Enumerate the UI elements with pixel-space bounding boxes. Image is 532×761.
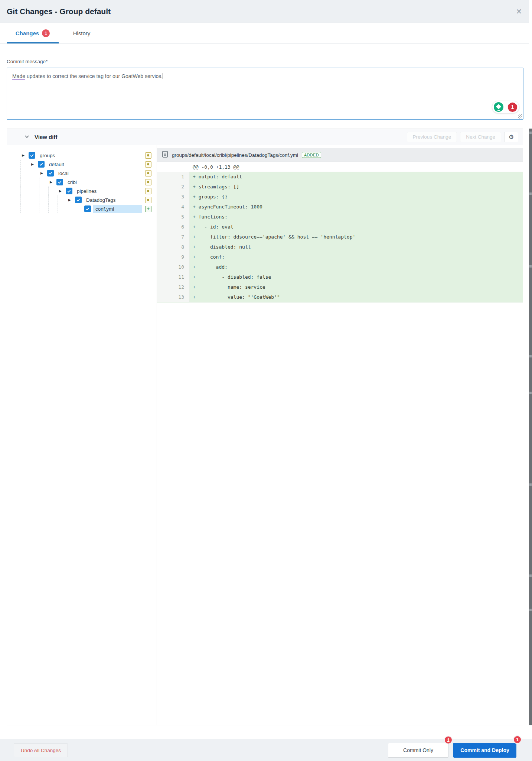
tree-status-column — [142, 152, 154, 159]
modified-status-icon — [145, 179, 151, 185]
modified-status-icon — [145, 188, 151, 194]
tab-changes[interactable]: Changes 1 — [7, 23, 59, 43]
tab-history-label: History — [73, 30, 91, 36]
tree-row-local[interactable]: ▶local — [7, 169, 157, 178]
tab-history[interactable]: History — [65, 23, 98, 43]
tree-item-label[interactable]: conf.yml — [95, 206, 114, 212]
tree-checkbox-default[interactable] — [38, 161, 45, 168]
view-diff-title: View diff — [35, 134, 57, 140]
tree-indent-guide — [39, 178, 48, 187]
tree-status-column — [142, 197, 154, 203]
commit-only-count-badge: 1 — [444, 736, 453, 744]
modified-dot — [147, 190, 149, 192]
git-changes-modal: Git Changes - Group default ✕ Changes 1 … — [0, 0, 532, 761]
tree-caret-icon[interactable]: ▶ — [30, 162, 38, 166]
tree-checkbox-conf.yml[interactable] — [84, 205, 91, 212]
modified-dot — [147, 199, 149, 201]
diff-line: 13+ value: "'GoatWeb'" — [157, 292, 523, 302]
tree-row-groups[interactable]: ▶groups — [7, 151, 157, 160]
assistant-bulb-icon — [494, 102, 503, 112]
textarea-resize-handle[interactable] — [518, 114, 522, 119]
view-diff-toggle[interactable]: View diff — [24, 134, 57, 140]
tree-label-wrap: groups — [37, 152, 142, 159]
commit-and-deploy-count-badge: 1 — [513, 735, 522, 744]
diff-line-code: + asyncFuncTimeout: 1000 — [190, 202, 523, 212]
tree-indent-guide — [30, 195, 39, 204]
diff-hunk-header: @@ -0,0 +1,13 @@ — [157, 162, 523, 172]
undo-all-changes-button[interactable]: Undo All Changes — [14, 744, 68, 757]
diff-line: 8+ disabled: null — [157, 242, 523, 252]
modal-footer: Undo All Changes Commit Only Commit and … — [0, 739, 532, 761]
tab-bar: Changes 1 History — [0, 23, 529, 44]
writing-assistant-widget[interactable]: 1 — [492, 101, 519, 113]
tree-row-DatadogTags[interactable]: ▶DatadogTags — [7, 195, 157, 204]
diff-line-number: 13 — [157, 292, 190, 302]
commit-and-deploy-button[interactable]: Commit and Deploy — [453, 743, 516, 758]
tree-row-default[interactable]: ▶default — [7, 160, 157, 169]
diff-line-number: 1 — [157, 172, 190, 182]
tree-indent-guide — [58, 195, 67, 204]
tree-item-label[interactable]: default — [49, 162, 64, 167]
close-icon[interactable]: ✕ — [513, 6, 525, 17]
tree-checkbox-cribl[interactable] — [56, 179, 63, 185]
diff-line-number: 12 — [157, 282, 190, 292]
tree-indent-guide — [20, 169, 30, 178]
tree-checkbox-DatadogTags[interactable] — [75, 197, 82, 203]
tree-indent-guide — [48, 204, 58, 213]
modified-status-icon — [145, 197, 151, 203]
tree-checkbox-groups[interactable] — [29, 152, 35, 159]
view-diff-body: ▶groups▶default▶local▶cribl▶pipelines▶Da… — [7, 145, 523, 725]
text-cursor — [163, 73, 163, 79]
tree-row-cribl[interactable]: ▶cribl — [7, 178, 157, 187]
tree-status-column — [142, 188, 154, 194]
tree-indent-guide — [20, 195, 30, 204]
changes-count-badge: 1 — [42, 29, 50, 37]
tree-item-label[interactable]: DatadogTags — [86, 197, 116, 203]
tree-caret-icon[interactable]: ▶ — [20, 153, 29, 157]
tree-row-pipelines[interactable]: ▶pipelines — [7, 187, 157, 195]
diff-file-header: groups/default/local/cribl/pipelines/Dat… — [157, 148, 523, 162]
commit-only-button[interactable]: Commit Only — [388, 743, 448, 758]
diff-line-code: + name: service — [190, 282, 523, 292]
diff-line-code: + - disabled: false — [190, 272, 523, 282]
diff-lines: 1+ output: default2+ streamtags: []3+ gr… — [157, 172, 523, 302]
commit-text: updates to correct the service tag for o… — [25, 73, 163, 79]
tree-caret-icon[interactable]: ▶ — [48, 180, 56, 184]
file-icon — [162, 151, 168, 159]
page-edge-strip — [529, 129, 532, 725]
diff-line: 12+ name: service — [157, 282, 523, 292]
diff-line: 1+ output: default — [157, 172, 523, 182]
modified-status-icon — [145, 161, 151, 168]
tree-indent-guide — [48, 195, 58, 204]
tree-caret-icon[interactable]: ▶ — [39, 171, 47, 175]
tree-indent-guide — [58, 204, 67, 213]
changed-files-tree: ▶groups▶default▶local▶cribl▶pipelines▶Da… — [7, 145, 157, 725]
modified-dot — [147, 163, 149, 165]
diff-line-code: + groups: {} — [190, 192, 523, 202]
tree-caret-icon[interactable]: ▶ — [58, 189, 66, 193]
modified-status-icon — [145, 152, 151, 159]
tree-checkbox-pipelines[interactable] — [66, 188, 72, 194]
diff-line: 4+ asyncFuncTimeout: 1000 — [157, 202, 523, 212]
tree-item-label[interactable]: pipelines — [77, 188, 97, 194]
gear-icon[interactable]: ⚙ — [504, 132, 518, 142]
tree-caret-icon[interactable]: ▶ — [67, 198, 75, 202]
tree-row-conf.yml[interactable]: conf.yml+ — [7, 204, 157, 213]
hunk-gutter — [157, 162, 190, 172]
tree-indent-guide — [20, 187, 30, 195]
commit-message-input[interactable]: Made updates to correct the service tag … — [7, 68, 523, 120]
diff-file-path: groups/default/local/cribl/pipelines/Dat… — [172, 152, 298, 158]
tree-item-label[interactable]: groups — [40, 153, 55, 158]
previous-change-button[interactable]: Previous Change — [407, 132, 457, 142]
tree-checkbox-local[interactable] — [47, 170, 54, 177]
file-status-badge: ADDED — [302, 152, 321, 158]
modified-status-icon — [145, 170, 151, 177]
tree-label-wrap: pipelines — [75, 187, 142, 195]
commit-message-label: Commit message* — [7, 59, 48, 64]
tree-status-column: + — [142, 206, 154, 212]
next-change-button[interactable]: Next Change — [460, 132, 501, 142]
tab-changes-label: Changes — [16, 30, 39, 36]
tree-label-wrap: DatadogTags — [84, 196, 142, 204]
tree-item-label[interactable]: cribl — [68, 179, 77, 185]
tree-item-label[interactable]: local — [58, 171, 69, 176]
